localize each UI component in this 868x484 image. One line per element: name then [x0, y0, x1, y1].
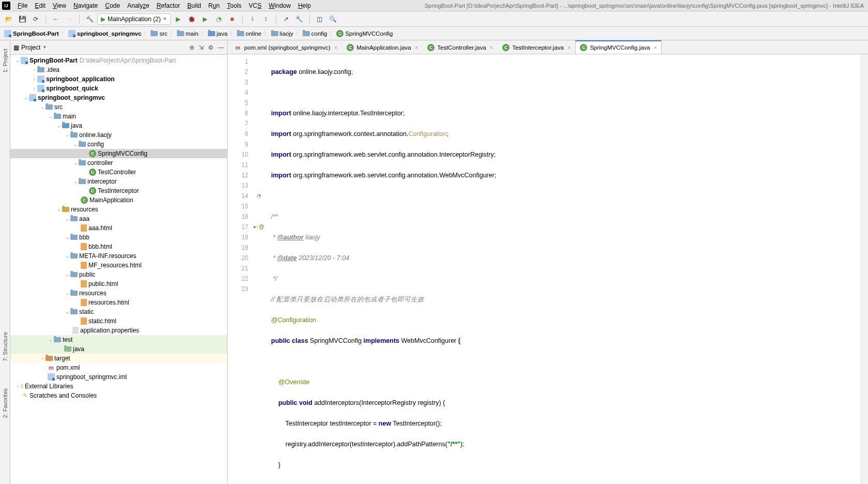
tree-target[interactable]: ›target	[10, 354, 227, 363]
tree-root[interactable]: ⌄SpringBoot-PartD:\ideaPorject\Apr\Sprin…	[10, 56, 227, 65]
override-gutter-icon[interactable]: ●↑@	[252, 222, 265, 232]
tree-test-java[interactable]: java	[10, 344, 227, 354]
search-icon[interactable]: 🔍	[327, 13, 339, 25]
tree-pom[interactable]: mpom.xml	[10, 363, 227, 372]
forward-icon[interactable]: →	[64, 13, 75, 25]
menu-navigate[interactable]: Navigate	[70, 1, 101, 10]
tree-main[interactable]: ⌄main	[10, 112, 227, 121]
tool-tab-structure[interactable]: 7: Structure	[1, 329, 9, 365]
crumb-main[interactable]: main	[176, 31, 200, 37]
crumb-file[interactable]: CSpringMVCConfig	[335, 30, 394, 37]
tree-config-file[interactable]: CSpringMVCConfig	[10, 149, 227, 158]
tree-public-file[interactable]: public.html	[10, 279, 227, 289]
menu-file[interactable]: File	[14, 1, 31, 10]
tree-controller-file[interactable]: CTestController	[10, 168, 227, 177]
menu-refactor[interactable]: Refactor	[154, 1, 183, 10]
tree-resources[interactable]: ⌄resources	[10, 205, 227, 214]
close-icon[interactable]: ×	[490, 44, 493, 51]
tree-static-file[interactable]: static.html	[10, 316, 227, 326]
tree-scratches[interactable]: ✎Scratches and Consoles	[10, 391, 227, 400]
collapse-icon[interactable]: ⇲	[199, 44, 204, 51]
tool1-icon[interactable]: ↗	[280, 13, 292, 25]
tree-mod2[interactable]: ›springboot_quick	[10, 84, 227, 93]
tree-aaa[interactable]: ⌄aaa	[10, 214, 227, 223]
project-panel-title[interactable]: Project	[21, 44, 40, 51]
code-content[interactable]: package online.liaojy.config; import onl…	[265, 54, 861, 484]
tree-bbb-file[interactable]: bbb.html	[10, 242, 227, 251]
tree-pkg[interactable]: ⌄online.liaojy	[10, 130, 227, 140]
close-icon[interactable]: ×	[334, 44, 337, 51]
close-icon[interactable]: ×	[567, 44, 571, 51]
crumb-java[interactable]: java	[207, 31, 229, 37]
tree-bbb[interactable]: ⌄bbb	[10, 233, 227, 242]
project-tree[interactable]: ⌄SpringBoot-PartD:\ideaPorject\Apr\Sprin…	[10, 55, 227, 484]
run-configuration-dropdown[interactable]: ▶ MainApplication (2) ▼	[97, 13, 171, 25]
menu-code[interactable]: Code	[102, 1, 123, 10]
tool-tab-favorites[interactable]: 2: Favorites	[1, 385, 9, 421]
menu-help[interactable]: Help	[295, 1, 314, 10]
tree-interceptor-file[interactable]: CTestInterceptor	[10, 186, 227, 195]
menu-build[interactable]: Build	[184, 1, 204, 10]
window-icon[interactable]: ◫	[314, 13, 325, 25]
tree-java[interactable]: ⌄java	[10, 121, 227, 130]
tree-public[interactable]: ⌄public	[10, 270, 227, 279]
tree-idea[interactable]: ›.idea	[10, 65, 227, 74]
run-icon[interactable]: ▶	[173, 13, 184, 25]
menu-run[interactable]: Run	[205, 1, 223, 10]
crumb-module[interactable]: springboot_springmvc	[67, 30, 143, 37]
sync-icon[interactable]: ⟳	[30, 13, 41, 25]
tree-controller[interactable]: ⌄controller	[10, 158, 227, 168]
hide-icon[interactable]: —	[218, 44, 224, 51]
tab-springmvcconfig[interactable]: CSpringMVCConfig.java×	[575, 40, 662, 54]
menu-window[interactable]: Window	[265, 1, 294, 10]
save-icon[interactable]: 💾	[17, 13, 28, 25]
settings-icon[interactable]: 🔧	[294, 13, 305, 25]
tree-res2-file[interactable]: resources.html	[10, 298, 227, 307]
tree-ext-lib[interactable]: ›⫴External Libraries	[10, 382, 227, 391]
menu-edit[interactable]: Edit	[32, 1, 49, 10]
implements-gutter-icon[interactable]: ◔	[252, 191, 265, 201]
profile-icon[interactable]: ◔	[213, 13, 225, 25]
tab-testinterceptor[interactable]: CTestInterceptor.java×	[498, 40, 575, 54]
tree-static[interactable]: ⌄static	[10, 307, 227, 316]
panel-settings-icon[interactable]: ⚙	[208, 44, 214, 51]
menu-tools[interactable]: Tools	[224, 1, 245, 10]
crumb-online[interactable]: online	[236, 31, 263, 37]
menu-view[interactable]: View	[50, 1, 69, 10]
build-icon[interactable]: 🔨	[84, 13, 95, 25]
close-icon[interactable]: ×	[415, 44, 418, 51]
tool-tab-project[interactable]: 1: Project	[1, 46, 9, 75]
tree-app-props[interactable]: application.properties	[10, 326, 227, 335]
menu-vcs[interactable]: VCS	[246, 1, 265, 10]
vcs-update-icon[interactable]: ⬇	[247, 13, 258, 25]
vcs-commit-icon[interactable]: ⬆	[260, 13, 272, 25]
locate-icon[interactable]: ⊕	[189, 44, 194, 51]
editor-body[interactable]: 1234567891011121314151617181920212223 ◔ …	[228, 54, 868, 484]
tree-mod1[interactable]: ›springboot_application	[10, 74, 227, 84]
tree-src[interactable]: ⌄src	[10, 102, 227, 112]
tree-mf-file[interactable]: MF_resources.html	[10, 261, 227, 270]
tree-main-app[interactable]: CMainApplication	[10, 195, 227, 205]
crumb-src[interactable]: src	[149, 31, 168, 37]
crumb-root[interactable]: SpringBoot-Part	[3, 30, 60, 37]
tree-config[interactable]: ⌄config	[10, 140, 227, 149]
tree-res2[interactable]: ⌄resources	[10, 289, 227, 298]
tab-testcontroller[interactable]: CTestController.java×	[423, 40, 498, 54]
close-icon[interactable]: ×	[654, 44, 657, 51]
tree-test[interactable]: ⌄test	[10, 335, 227, 344]
back-icon[interactable]: ←	[50, 13, 62, 25]
debug-icon[interactable]: 🐞	[186, 13, 198, 25]
crumb-config[interactable]: config	[302, 31, 328, 37]
editor-scrollbar[interactable]	[861, 54, 868, 484]
tab-mainapp[interactable]: CMainApplication.java×	[342, 40, 423, 54]
tree-metainf[interactable]: ⌄META-INF.resources	[10, 251, 227, 261]
crumb-liaojy[interactable]: liaojy	[270, 31, 294, 37]
tree-mod3[interactable]: ⌄springboot_springmvc	[10, 93, 227, 102]
tree-aaa-file[interactable]: aaa.html	[10, 223, 227, 233]
open-icon[interactable]: 📂	[3, 13, 14, 25]
menu-analyze[interactable]: Analyze	[124, 1, 153, 10]
tab-pom[interactable]: mpom.xml (springboot_springmvc)×	[230, 40, 342, 54]
stop-icon[interactable]: ■	[227, 13, 238, 25]
tree-iml[interactable]: springboot_springmvc.iml	[10, 372, 227, 382]
coverage-icon[interactable]: ▶	[200, 13, 211, 25]
